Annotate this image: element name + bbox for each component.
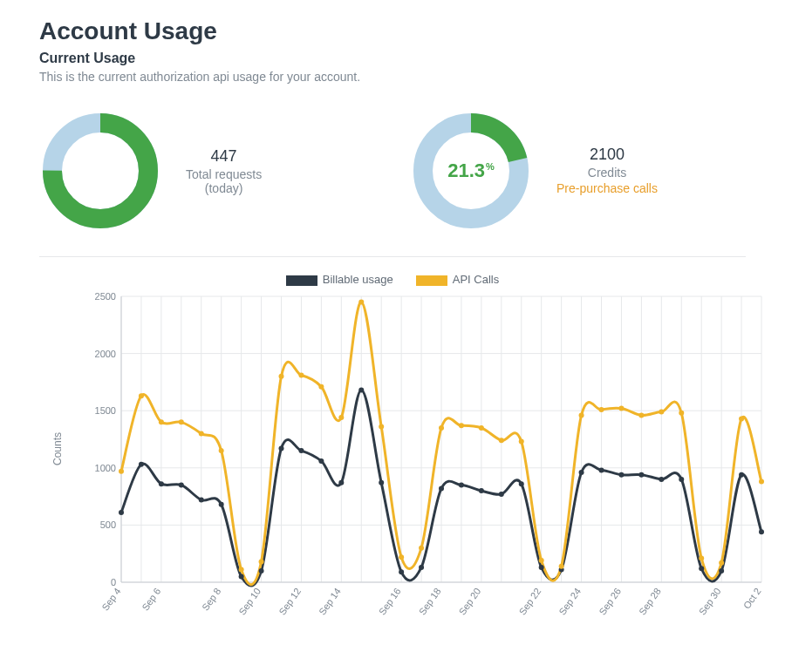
svg-point-75 (298, 448, 304, 453)
svg-point-107 (279, 374, 284, 379)
svg-point-78 (358, 388, 364, 393)
svg-text:Sep 14: Sep 14 (317, 586, 343, 616)
y-axis-title: Counts (51, 432, 64, 465)
svg-point-125 (638, 412, 644, 417)
svg-point-105 (239, 567, 244, 573)
svg-point-66 (119, 510, 124, 515)
svg-point-121 (559, 564, 564, 569)
legend-item-billable: Billable usage (286, 273, 393, 286)
svg-text:Sep 20: Sep 20 (457, 586, 483, 616)
svg-point-126 (659, 410, 664, 415)
svg-point-114 (419, 546, 424, 551)
svg-point-67 (139, 462, 144, 467)
svg-point-93 (659, 477, 664, 482)
usage-chart: Counts 05001000150020002500Sep 4Sep 6Sep… (39, 291, 746, 631)
donut-chart-icon (39, 110, 161, 232)
svg-point-70 (199, 498, 204, 503)
line-chart: 05001000150020002500Sep 4Sep 6Sep 8Sep 1… (90, 291, 770, 631)
total-requests-value: 447 (186, 147, 262, 166)
svg-text:Sep 24: Sep 24 (556, 586, 583, 616)
usage-summary-row: 447 Total requests (today) 21.3% 2100 Cr… (39, 110, 746, 257)
svg-point-97 (739, 472, 744, 478)
svg-point-71 (219, 502, 224, 507)
svg-point-129 (719, 560, 724, 566)
svg-point-110 (338, 415, 344, 420)
svg-text:Sep 6: Sep 6 (140, 586, 162, 612)
svg-point-90 (599, 467, 604, 472)
svg-point-102 (179, 419, 184, 424)
svg-point-100 (139, 393, 144, 398)
svg-point-86 (519, 481, 524, 486)
svg-point-111 (358, 300, 364, 305)
svg-point-69 (179, 482, 184, 487)
svg-point-95 (699, 566, 704, 571)
section-description: This is the current authorization api us… (39, 70, 746, 84)
legend-swatch-icon (416, 275, 447, 286)
svg-point-131 (759, 479, 764, 485)
svg-point-82 (439, 485, 444, 491)
svg-text:500: 500 (100, 519, 116, 530)
svg-text:2500: 2500 (95, 291, 116, 302)
svg-text:Sep 8: Sep 8 (200, 586, 222, 612)
credits-value: 2100 (556, 146, 658, 164)
total-requests-label: Total requests (186, 167, 262, 181)
svg-point-92 (638, 472, 644, 478)
svg-point-109 (318, 384, 324, 390)
svg-text:Sep 26: Sep 26 (597, 586, 623, 616)
credits-block: 21.3% 2100 Credits Pre-purchase calls (410, 110, 746, 232)
total-requests-block: 447 Total requests (today) (39, 110, 375, 232)
chart-legend: Billable usage API Calls (39, 273, 746, 286)
credits-donut: 21.3% (410, 110, 532, 232)
svg-point-119 (519, 439, 524, 445)
svg-point-123 (599, 407, 604, 412)
legend-swatch-icon (286, 275, 317, 286)
svg-text:Sep 12: Sep 12 (276, 586, 303, 616)
svg-point-124 (618, 406, 624, 411)
svg-point-116 (459, 423, 464, 428)
svg-point-79 (379, 480, 384, 485)
svg-point-83 (459, 482, 464, 487)
svg-point-76 (318, 458, 324, 464)
svg-point-91 (618, 472, 624, 478)
svg-text:Sep 30: Sep 30 (697, 586, 723, 616)
svg-point-118 (499, 438, 504, 443)
svg-point-74 (279, 445, 284, 451)
svg-point-130 (739, 416, 744, 421)
svg-text:Sep 16: Sep 16 (377, 586, 403, 616)
svg-text:1500: 1500 (95, 405, 116, 416)
svg-point-120 (539, 558, 544, 563)
total-requests-sublabel: (today) (186, 181, 262, 195)
credits-donut-center: 21.3% (410, 110, 532, 232)
svg-point-87 (539, 565, 544, 570)
svg-text:Sep 28: Sep 28 (637, 586, 663, 616)
svg-point-77 (338, 480, 344, 485)
svg-text:Sep 4: Sep 4 (99, 586, 122, 612)
credits-meta: 2100 Credits Pre-purchase calls (556, 146, 658, 196)
svg-text:Oct 2: Oct 2 (741, 586, 763, 610)
svg-text:1000: 1000 (95, 463, 116, 473)
svg-point-127 (679, 411, 684, 416)
svg-point-113 (399, 554, 404, 560)
svg-point-81 (419, 565, 424, 570)
svg-point-94 (679, 477, 684, 482)
svg-text:Sep 22: Sep 22 (516, 586, 543, 616)
svg-point-115 (439, 425, 444, 431)
svg-point-68 (159, 481, 164, 486)
svg-point-98 (759, 529, 764, 534)
svg-point-112 (379, 424, 384, 430)
svg-text:2000: 2000 (95, 349, 116, 359)
svg-point-72 (239, 574, 244, 579)
svg-point-106 (259, 559, 264, 564)
svg-point-99 (119, 469, 124, 474)
svg-point-85 (499, 492, 504, 497)
svg-text:Sep 18: Sep 18 (417, 586, 443, 616)
svg-point-108 (298, 373, 304, 378)
svg-point-122 (579, 412, 584, 417)
svg-point-117 (479, 425, 484, 431)
total-requests-donut (39, 110, 161, 232)
pre-purchase-link[interactable]: Pre-purchase calls (556, 181, 658, 195)
legend-item-api-calls: API Calls (416, 273, 499, 286)
svg-point-80 (399, 569, 404, 574)
svg-point-73 (259, 568, 264, 574)
svg-point-89 (579, 470, 584, 475)
